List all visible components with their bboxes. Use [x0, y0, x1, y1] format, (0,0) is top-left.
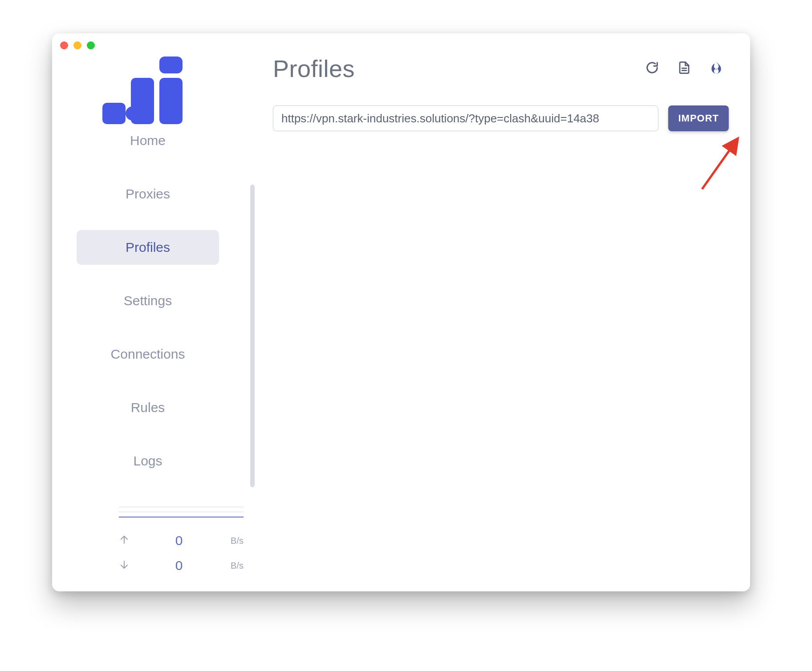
upload-value: 0: [141, 533, 217, 548]
svg-rect-2: [159, 57, 183, 73]
arrow-down-icon: [119, 559, 141, 572]
sidebar: Home Proxies Profiles Settings Connectio…: [52, 33, 244, 591]
sidebar-item-label: Home: [130, 133, 166, 148]
open-file-button[interactable]: [675, 60, 693, 77]
sidebar-item-label: Logs: [133, 453, 162, 468]
page-title: Profiles: [273, 55, 355, 82]
sidebar-nav: Home Proxies Profiles Settings Connectio…: [52, 136, 244, 478]
divider: [119, 507, 244, 507]
sidebar-item-logs[interactable]: Logs: [77, 444, 219, 478]
file-icon: [678, 61, 691, 77]
sidebar-item-label: Settings: [124, 293, 172, 308]
app-window: Home Proxies Profiles Settings Connectio…: [52, 33, 750, 591]
sidebar-item-label: Connections: [111, 347, 185, 361]
sidebar-item-profiles[interactable]: Profiles: [77, 230, 219, 265]
sidebar-item-label: Rules: [131, 400, 165, 415]
refresh-icon: [646, 61, 659, 76]
arrow-up-icon: [119, 534, 141, 547]
main-content: Profiles: [273, 33, 750, 591]
svg-point-4: [126, 106, 140, 121]
app-logo: [90, 53, 206, 129]
sidebar-item-label: Profiles: [126, 240, 170, 255]
sidebar-item-proxies[interactable]: Proxies: [77, 177, 219, 211]
refresh-button[interactable]: [643, 60, 661, 77]
upload-stat: 0 B/s: [119, 528, 244, 553]
clear-button[interactable]: [707, 60, 725, 77]
net-stats: 0 B/s 0 B/s: [119, 502, 244, 578]
svg-rect-3: [159, 78, 183, 124]
sidebar-item-home[interactable]: Home: [77, 133, 219, 158]
divider-accent: [119, 517, 244, 517]
import-button[interactable]: IMPORT: [668, 105, 729, 131]
sidebar-item-settings[interactable]: Settings: [77, 283, 219, 318]
download-stat: 0 B/s: [119, 553, 244, 578]
sidebar-item-label: Proxies: [126, 186, 170, 201]
divider: [119, 512, 244, 512]
profile-url-input[interactable]: [273, 105, 658, 131]
url-row: IMPORT: [273, 105, 729, 131]
sidebar-item-rules[interactable]: Rules: [77, 390, 219, 425]
fire-icon: [709, 60, 723, 77]
download-unit: B/s: [217, 561, 244, 571]
header-actions: [643, 60, 725, 77]
header: Profiles: [273, 55, 729, 82]
svg-rect-0: [102, 103, 126, 124]
download-value: 0: [141, 558, 217, 573]
upload-unit: B/s: [217, 536, 244, 546]
sidebar-item-connections[interactable]: Connections: [77, 337, 219, 372]
sidebar-scrollbar[interactable]: [250, 185, 255, 487]
